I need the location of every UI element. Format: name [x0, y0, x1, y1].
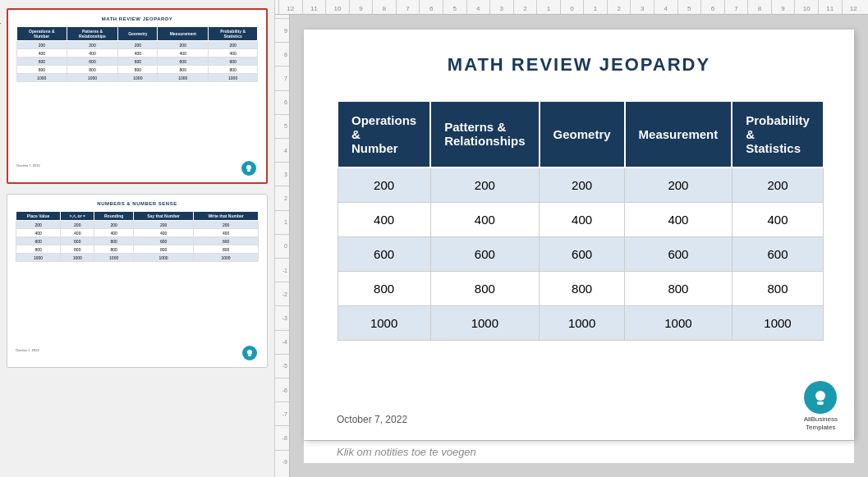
thumb-1-date: October 7, 2022: [16, 163, 40, 167]
svg-rect-1: [247, 170, 250, 172]
cell-r4c1: 800: [338, 271, 430, 305]
table-row: 600 600 600 600 600: [338, 236, 824, 271]
slide-main-title: MATH REVIEW JEOPARDY: [337, 54, 821, 76]
cell-r4c4: 800: [625, 271, 733, 305]
thumb-1-title: MATH REVIEW JEOPARDY: [16, 16, 258, 21]
logo-svg-main: [811, 388, 830, 407]
ruler-v-mark: -5: [275, 354, 289, 378]
thumb-1-table: Operations &Number Patterns &Relationshi…: [16, 26, 258, 82]
ruler-h-mark: 12: [278, 0, 302, 14]
notes-area[interactable]: Klik om notities toe te voegen: [304, 440, 854, 463]
ruler-h-marks: 12 11 10 9 8 7 6 5 4 3 2 1 0 1 2 3 4 5 6…: [275, 0, 868, 14]
ruler-horizontal: 12 11 10 9 8 7 6 5 4 3 2 1 0 1 2 3 4 5 6…: [275, 0, 868, 15]
ruler-h-mark: 2: [607, 0, 631, 14]
thumb-2-date: October 7, 2022: [16, 348, 39, 352]
thumb2-col-2: >,<, or =: [61, 212, 94, 221]
table-row: 1000 1000 1000 1000 1000: [338, 305, 824, 340]
slide-footer-date: October 7, 2022: [337, 414, 407, 425]
slide-thumb-1[interactable]: 1 MATH REVIEW JEOPARDY Operations &Numbe…: [7, 8, 268, 184]
thumb2-col-3: Rounding: [94, 212, 134, 221]
ruler-h-mark: 12: [842, 0, 866, 14]
thumb-2-title: NUMBERS & NUMBER SENSE: [16, 201, 259, 206]
ruler-h-mark: 5: [443, 0, 466, 14]
cell-r3c1: 600: [338, 236, 430, 271]
ruler-v-mark: 3: [275, 162, 289, 186]
ruler-v-mark: -9: [275, 450, 289, 474]
logo-svg-1: [244, 163, 254, 173]
notes-placeholder: Klik om notities toe te voegen: [337, 446, 476, 458]
thumb-col-3: Geometry: [118, 27, 158, 41]
col-header-1: Operations &Number: [338, 101, 430, 167]
ruler-h-mark: 2: [513, 0, 537, 14]
cell-r3c4: 600: [625, 236, 733, 271]
col-header-4: Measurement: [625, 101, 733, 167]
cell-r2c5: 400: [732, 202, 824, 236]
ruler-h-mark: 7: [396, 0, 420, 14]
svg-rect-3: [248, 355, 251, 356]
table-row: 800 800 800 800 800: [338, 271, 824, 305]
ruler-h-mark: 0: [560, 0, 584, 14]
thumb-col-5: Probability &Statistics: [209, 27, 258, 41]
thumb-col-1: Operations &Number: [17, 27, 67, 41]
cell-r1c1: 200: [338, 167, 430, 203]
ruler-h-mark: 4: [654, 0, 677, 14]
thumb-col-2: Patterns &Relationships: [67, 27, 118, 41]
thumb2-col-5: Write that Number: [194, 212, 259, 221]
allbusiness-logo-icon: [804, 381, 837, 414]
cell-r2c1: 400: [338, 202, 430, 236]
cell-r1c5: 200: [732, 167, 824, 203]
ruler-v-mark: 1: [275, 210, 289, 234]
ruler-v-mark: -2: [275, 282, 289, 305]
main-area: 12 11 10 9 8 7 6 5 4 3 2 1 0 1 2 3 4 5 6…: [275, 0, 868, 477]
thumb-1-logo: [241, 161, 259, 179]
ruler-h-mark: 9: [349, 0, 373, 14]
ruler-h-mark: 10: [794, 0, 818, 14]
slide-main: MATH REVIEW JEOPARDY Operations &Number …: [304, 30, 854, 440]
ruler-v-mark: 9: [275, 18, 289, 42]
ruler-h-mark: 8: [372, 0, 396, 14]
cell-r2c4: 400: [625, 202, 733, 236]
thumb-col-4: Measurement: [158, 27, 209, 41]
ruler-h-mark: 11: [818, 0, 842, 14]
ruler-h-mark: 6: [419, 0, 443, 14]
ruler-v-mark: 7: [275, 66, 289, 89]
cell-r5c3: 1000: [540, 305, 625, 340]
ruler-h-mark: 9: [771, 0, 795, 14]
cell-r5c4: 1000: [625, 305, 733, 340]
table-row: 400 400 400 400 400: [338, 202, 824, 236]
table-row: 200 200 200 200 200: [338, 167, 824, 203]
ruler-h-mark: 1: [583, 0, 607, 14]
ruler-v-mark: -6: [275, 378, 289, 401]
ruler-v-mark: 4: [275, 138, 289, 162]
cell-r3c2: 600: [430, 236, 539, 271]
ruler-v-mark: 8: [275, 42, 289, 66]
svg-rect-5: [817, 401, 824, 405]
logo-text: AllBusinessTemplates: [804, 415, 838, 431]
ruler-v-mark: 5: [275, 114, 289, 138]
ruler-h-mark: 4: [466, 0, 490, 14]
jeopardy-table: Operations &Number Patterns &Relationshi…: [337, 100, 824, 341]
ruler-v-mark: -3: [275, 305, 289, 329]
ruler-h-mark: 6: [700, 0, 724, 14]
ruler-v-mark: -4: [275, 330, 289, 354]
slide-number-1: 1: [0, 16, 2, 25]
logo-icon-small-2: [242, 346, 257, 360]
ruler-h-mark: 3: [630, 0, 654, 14]
cell-r3c5: 600: [732, 236, 824, 271]
slide-thumb-2[interactable]: 2 NUMBERS & NUMBER SENSE Place Value >,<…: [7, 194, 268, 368]
col-header-2: Patterns &Relationships: [430, 101, 539, 167]
logo-icon-small-1: [241, 161, 256, 176]
ruler-h-mark: 3: [489, 0, 513, 14]
cell-r5c2: 1000: [430, 305, 539, 340]
ruler-v-mark: 0: [275, 234, 289, 258]
thumb2-col-4: Say that Number: [133, 212, 193, 221]
cell-r4c2: 800: [430, 271, 539, 305]
slide-footer-logo: AllBusinessTemplates: [804, 381, 838, 431]
ruler-v-mark: 2: [275, 186, 289, 209]
thumb-2-table: Place Value >,<, or = Rounding Say that …: [16, 211, 259, 262]
thumb-2-logo: [242, 346, 260, 364]
ruler-v-mark: -8: [275, 425, 289, 449]
cell-r1c4: 200: [625, 167, 733, 203]
slide-canvas: MATH REVIEW JEOPARDY Operations &Number …: [290, 15, 868, 477]
slide-panel: 1 MATH REVIEW JEOPARDY Operations &Numbe…: [0, 0, 275, 477]
